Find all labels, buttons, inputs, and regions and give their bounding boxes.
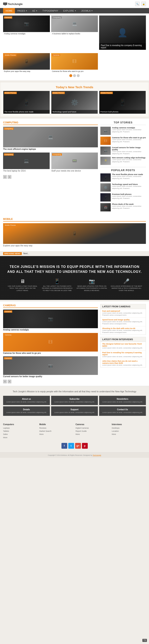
latest-interviews-item-0[interactable]: The designer behind our new favourite 7i… — [101, 342, 146, 350]
googleplus-button[interactable]: g+ — [75, 443, 81, 449]
popular-item-0[interactable]: 📱 The most flexible phone ever made Lore… — [100, 174, 146, 182]
footer-col-cameras-item-1[interactable]: Report Guide — [76, 430, 110, 433]
mission-icon-label-0: USE OUR GUIDE & FIND YOUR IDEAL TECH. TH… — [6, 285, 39, 292]
slider-dot-1[interactable] — [69, 74, 72, 77]
footer-col-cameras-item-2[interactable]: More — [76, 433, 110, 436]
cam-item-1[interactable]: Cameras 🎞 Cameras for those who want to … — [3, 333, 98, 355]
popular-item-1[interactable]: ⚙️ Technology speed and future Lorem ips… — [100, 183, 146, 192]
mission-icon-label-2: NEWS AND UPDATES FOR PROS ON UPCOMING PH… — [76, 285, 108, 292]
footer-col-interviews-item-1[interactable]: Location — [112, 430, 146, 433]
story-item-3[interactable]: 💡 New sensors cutting edge technology Lo… — [100, 157, 146, 165]
nav-item-joomla[interactable]: JOOMLA ▼ — [79, 8, 95, 14]
cam-caption-2: Curved sensors for better image quality — [3, 375, 98, 378]
footer-col-mobile-item-0[interactable]: Reviews — [39, 426, 73, 430]
comp-prev-button[interactable]: ‹ — [3, 175, 7, 179]
trend-caption-0: The most flexible phone ever made — [3, 110, 50, 114]
mobile-label-0: Mobile Phones — [4, 224, 17, 226]
story-item-1[interactable]: 🎞 Cameras for those who want to go pro L… — [100, 136, 146, 145]
story-img-1: 🎞 — [100, 136, 111, 145]
latest-interviews-item-desc-2: Lorem ipsum dolor sit amet, consectetur … — [102, 364, 144, 366]
latest-interviews-item-2[interactable]: John Doe claims that you do not need a c… — [101, 359, 146, 367]
nav-item-pages[interactable]: PAGES ▼ — [15, 8, 30, 14]
latest-cameras-item-0[interactable]: Fast and waterproof Lorem ipsum dolor si… — [101, 309, 146, 318]
mission-icon-label-3: EXCLUSIVE INTERVIEWS OF THE BEST MARKETI… — [110, 285, 143, 292]
comp-item-0[interactable]: Computing 💻 The most efficient engine la… — [3, 127, 98, 151]
header-icons: 🔍 🔒 — [135, 2, 146, 6]
hero-item-computing[interactable]: Computing 💻 A business tablet to replace… — [51, 16, 98, 35]
hero-main-caption: Paul Doe is revealing his company $ earn… — [99, 43, 146, 50]
popular-item-2[interactable]: 📱 Premium built phones Lorem ipsum dolor… — [100, 193, 146, 202]
footer-col-interviews: Interviews Desktops Location More — [112, 423, 146, 439]
pinterest-button[interactable]: p — [82, 443, 88, 449]
copyright-link[interactable]: TechJungle — [93, 454, 101, 456]
mission-icon-0: 🖥 USE OUR GUIDE & FIND YOUR IDEAL TECH. … — [6, 278, 39, 292]
cam-caption-0: Analog cameras nostalgia — [3, 328, 98, 331]
nav-item-explore[interactable]: EXPLORE ▼ — [61, 8, 79, 14]
nav-item-typography[interactable]: TYPOGRAPHY — [40, 8, 61, 14]
login-button[interactable]: 🔒 — [141, 2, 146, 6]
mobile-item-0[interactable]: Mobile Phones 📱 Explore your apps the ea… — [3, 223, 146, 248]
latest-interviews-item-1[interactable]: Paul Doe is revealing his company $ earn… — [101, 350, 146, 359]
trend-item-0[interactable]: Mobile Phones 📱 The most flexible phone … — [3, 91, 50, 114]
story-title-3: New sensors cutting edge technology — [112, 157, 146, 159]
footer-col-mobile-item-2[interactable]: More — [39, 433, 73, 436]
latest-cameras-item-2[interactable]: Shooting in the dark with extra iso 60 L… — [101, 326, 146, 335]
cam-item-0[interactable]: Cameras 📷 Analog cameras nostalgia — [3, 310, 98, 331]
mission-icon-label-1: ALL THE LATEST ON PHONES WITH REVIEWS & … — [41, 285, 74, 292]
cameras-label: Cameras — [4, 16, 12, 18]
cam-item-2[interactable]: Cameras 📷 Curved sensors for better imag… — [3, 356, 98, 378]
comp-next-button[interactable]: › — [8, 175, 11, 179]
cam-next-button[interactable]: › — [8, 380, 11, 384]
latest-interviews-title: LATEST FROM INTERVIEWS — [101, 337, 146, 342]
story-img-0: 📷 — [100, 127, 111, 135]
trend-item-2[interactable]: Mobile Phones 📱 Premium built phones — [99, 91, 146, 114]
story-item-0[interactable]: 📷 Analog cameras nostalgia Lorem ipsum d… — [100, 127, 146, 135]
nav-item-home[interactable]: HOME — [3, 8, 15, 14]
slider-dot-2[interactable] — [73, 74, 76, 77]
hero-item-mobile[interactable]: Mobile Phones 📱 Explore your apps the ea… — [3, 53, 50, 73]
footer-col-interviews-item-0[interactable]: Desktops — [112, 426, 146, 430]
mobile-label: Mobile Phones — [4, 54, 17, 56]
popular-desc-0: Lorem ipsum dolor sit amet, consectetur … — [112, 176, 146, 180]
slider-dot-3[interactable] — [77, 74, 80, 77]
chevron-down-icon: ▼ — [75, 10, 76, 12]
logo-text: TechJungle — [8, 2, 23, 6]
comp-caption-2: Stuff your needs into one device — [51, 169, 98, 172]
trend-caption-2: Premium built phones — [99, 110, 146, 114]
footer-col-cameras-item-0[interactable]: Digital Cameras — [76, 426, 110, 430]
comp-item-2[interactable]: Computing 📟 Stuff your needs into one de… — [51, 152, 98, 172]
footer-col-computers-title: Computers — [3, 423, 37, 426]
hero-item-main[interactable]: 👤 Paul Doe is revealing his company $ ea… — [99, 16, 146, 50]
trend-label-0: Mobile Phones — [4, 92, 17, 94]
popular-desc-2: Lorem ipsum dolor sit amet, consectetur … — [112, 195, 146, 200]
twitter-button[interactable]: t — [68, 443, 74, 449]
logo[interactable]: TechJungle — [3, 2, 23, 6]
latest-interviews-item-title-0: The designer behind our new favourite 7i… — [102, 343, 144, 347]
cameras-label2: Cameras — [52, 54, 60, 56]
comp-item-1[interactable]: Computing 💻 The best laptop for 2014. — [3, 152, 50, 172]
popular-item-3[interactable]: 📅 Phone deals of the week Lorem ipsum do… — [100, 203, 146, 212]
hero-item-cameras[interactable]: Cameras 📷 Analog cameras nostalgia — [3, 16, 50, 35]
footer-col-computers-item-0[interactable]: Laptops — [3, 426, 37, 430]
story-img-3: 💡 — [100, 157, 111, 165]
monitor-icon: 🖥 — [20, 278, 25, 284]
trend-item-1[interactable]: Mobile Phones ⚙️ Technology speed and fu… — [51, 91, 98, 114]
story-desc-1: Lorem ipsum dolor sit amet, consectetur … — [112, 139, 146, 143]
cam-prev-button[interactable]: ‹ — [3, 380, 7, 384]
microphone-icon: 🎤 — [123, 278, 129, 284]
footer-box-support-title: Support — [53, 408, 96, 411]
hero-item-cameras2[interactable]: Cameras 🎞 Cameras for those who want to … — [51, 53, 98, 73]
latest-cameras-item-1[interactable]: Speed boost and image quality Lorem ipsu… — [101, 318, 146, 326]
footer-col-computers-item-2[interactable]: Sales — [3, 433, 37, 436]
mobile-section: MOBILE Mobile Phones 📱 Explore your apps… — [0, 216, 149, 251]
story-item-2[interactable]: 📷 Curved sensors for better image qualit… — [100, 146, 146, 155]
footer-col-mobile-item-1[interactable]: Market Search — [39, 430, 73, 433]
story-img-2: 📷 — [100, 146, 111, 155]
footer-col-interviews-item-2[interactable]: More — [112, 433, 146, 436]
nav-item-az[interactable]: AZ ▼ — [30, 8, 40, 14]
search-button[interactable]: 🔍 — [135, 2, 140, 6]
comp-label-1: Computing — [4, 153, 14, 156]
footer-col-computers-item-1[interactable]: Tablets — [3, 430, 37, 433]
facebook-button[interactable]: f — [61, 443, 67, 449]
footer-col-computers-item-3[interactable]: More — [3, 436, 37, 439]
